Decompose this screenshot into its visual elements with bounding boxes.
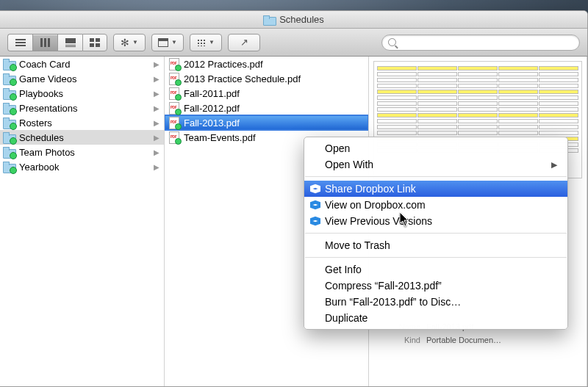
folder-icon (3, 146, 15, 158)
dropbox-icon (310, 216, 320, 226)
pdf-icon (168, 87, 179, 99)
column-folders[interactable]: Coach Card▶ Game Videos▶ Playbooks▶ Pres… (0, 57, 165, 386)
chevron-down-icon: ▼ (132, 39, 138, 46)
dropbox-icon (310, 184, 320, 194)
folder-label: Yearbook (19, 162, 59, 173)
folder-icon (3, 102, 15, 114)
grid-view-icon (90, 38, 100, 47)
meta-key: Kind (375, 334, 426, 347)
menu-share-dropbox-link[interactable]: Share Dropbox Link (304, 181, 567, 197)
file-row[interactable]: Fall-2011.pdf (165, 86, 368, 101)
menu-open[interactable]: Open (304, 140, 567, 156)
menu-open-with[interactable]: Open With▶ (304, 156, 567, 173)
window-title: Schedules (279, 14, 324, 25)
share-icon: ↗ (240, 37, 248, 48)
folder-row[interactable]: Game Videos▶ (0, 71, 164, 86)
menu-label: Compress “Fall-2013.pdf” (325, 280, 442, 292)
file-row[interactable]: 2012 Practices.pdf (165, 57, 368, 71)
folder-icon (3, 58, 15, 70)
menu-separator (305, 176, 567, 177)
search-input[interactable] (401, 37, 573, 48)
pdf-icon (168, 117, 179, 129)
share-button[interactable]: ↗ (228, 34, 260, 51)
dropbox-icon (158, 38, 168, 47)
file-row[interactable]: 2013 Practice Schedule.pdf (165, 71, 368, 86)
folder-row[interactable]: Yearbook▶ (0, 159, 164, 174)
dropbox-menu-button[interactable]: ▼ (151, 34, 184, 51)
search-field[interactable] (381, 35, 580, 51)
chevron-down-icon: ▼ (171, 39, 177, 46)
action-menu-button[interactable]: ✻▼ (113, 34, 146, 51)
folder-row[interactable]: Presentations▶ (0, 101, 164, 115)
folder-row[interactable]: Team Photos▶ (0, 145, 164, 159)
view-grid-button[interactable] (82, 34, 107, 51)
file-row-selected[interactable]: Fall-2013.pdf (165, 115, 368, 130)
folder-icon (3, 131, 15, 143)
chevron-right-icon: ▶ (154, 60, 159, 68)
folder-icon (3, 161, 15, 173)
pdf-icon (168, 73, 179, 84)
context-menu: Open Open With▶ Share Dropbox Link View … (304, 137, 568, 330)
meta-val: Portable Documen… (426, 334, 501, 347)
view-gallery-button[interactable] (57, 34, 82, 51)
chevron-right-icon: ▶ (154, 90, 159, 98)
column-view-icon (40, 38, 51, 47)
folder-label: Schedules (19, 132, 64, 143)
menu-view-on-dropbox[interactable]: View on Dropbox.com (304, 197, 567, 213)
chevron-right-icon: ▶ (154, 104, 159, 112)
dropbox-icon (310, 200, 320, 210)
pdf-icon (168, 131, 179, 143)
folder-row[interactable]: Coach Card▶ (0, 57, 164, 71)
folder-icon (3, 117, 15, 129)
chevron-right-icon: ▶ (154, 163, 159, 171)
window-titlebar[interactable]: Schedules (0, 11, 587, 29)
toolbar: ✻▼ ▼ ▼ ↗ (0, 29, 587, 57)
folder-row-selected[interactable]: Schedules▶ (0, 130, 164, 145)
menu-label: Get Info (325, 264, 362, 275)
folder-label: Game Videos (19, 73, 77, 84)
menu-label: Share Dropbox Link (325, 183, 416, 195)
file-label: Fall-2011.pdf (184, 88, 240, 99)
folder-label: Team Photos (19, 147, 75, 158)
pdf-icon (168, 58, 179, 70)
folder-label: Playbooks (19, 88, 63, 99)
arrange-icon (197, 39, 206, 46)
file-label: Fall-2013.pdf (184, 117, 240, 129)
menu-separator (305, 257, 567, 258)
menu-duplicate[interactable]: Duplicate (304, 310, 567, 326)
folder-row[interactable]: Rosters▶ (0, 115, 164, 130)
menu-label: Open (325, 142, 350, 154)
coverflow-view-icon (65, 38, 76, 47)
file-label: Team-Events.pdf (184, 132, 256, 143)
file-row[interactable]: Fall-2012.pdf (165, 101, 368, 115)
chevron-right-icon: ▶ (154, 75, 159, 83)
menu-label: Duplicate (325, 312, 368, 324)
file-label: 2013 Practice Schedule.pdf (184, 73, 301, 84)
view-icon-button[interactable] (7, 34, 32, 51)
view-columns-button[interactable] (32, 34, 57, 51)
menu-move-to-trash[interactable]: Move to Trash (304, 237, 567, 253)
gear-icon: ✻ (121, 37, 129, 48)
view-mode-segment (7, 34, 107, 51)
menu-previous-versions[interactable]: View Previous Versions (304, 213, 567, 229)
mouse-cursor-icon (400, 212, 410, 227)
submenu-arrow-icon: ▶ (551, 160, 557, 170)
folder-label: Presentations (19, 103, 78, 114)
chevron-down-icon: ▼ (209, 39, 215, 46)
arrange-menu-button[interactable]: ▼ (190, 34, 222, 51)
folder-row[interactable]: Playbooks▶ (0, 86, 164, 101)
menu-get-info[interactable]: Get Info (304, 261, 567, 278)
search-icon (388, 38, 396, 46)
menu-label: View on Dropbox.com (325, 199, 426, 211)
folder-icon (3, 73, 15, 84)
list-view-icon (15, 39, 26, 46)
folder-icon (263, 15, 275, 24)
menu-burn[interactable]: Burn “Fall-2013.pdf” to Disc… (304, 294, 567, 310)
menu-compress[interactable]: Compress “Fall-2013.pdf” (304, 278, 567, 294)
menu-label: Open With (325, 159, 373, 170)
menu-label: Burn “Fall-2013.pdf” to Disc… (325, 296, 461, 308)
folder-icon (3, 87, 15, 99)
titlebar-proxy[interactable]: Schedules (263, 14, 324, 25)
file-label: Fall-2012.pdf (184, 103, 240, 114)
file-label: 2012 Practices.pdf (184, 59, 263, 70)
